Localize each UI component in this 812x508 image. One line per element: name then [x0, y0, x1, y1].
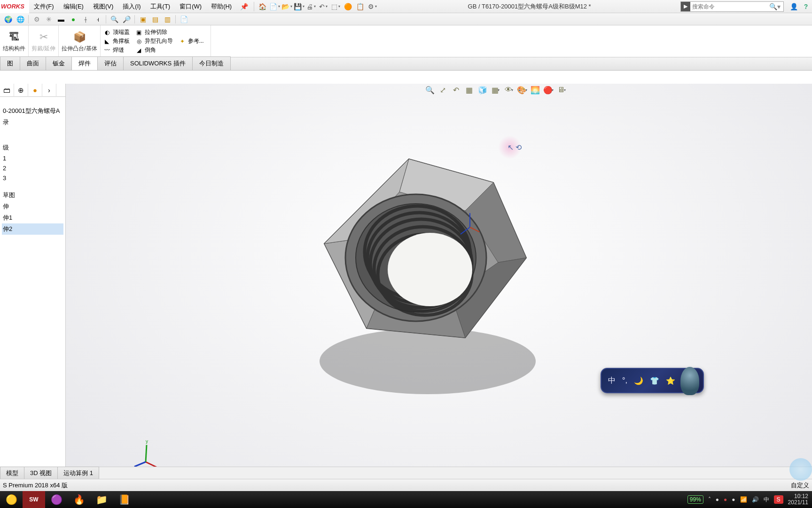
tree-item[interactable]: 伸 — [2, 201, 63, 212]
btab-3dview[interactable]: 3D 视图 — [24, 467, 58, 480]
app3-icon[interactable]: 🟣 — [45, 491, 68, 508]
ribbon-structural[interactable]: 🏗 结构构件 — [0, 25, 29, 57]
tree-item[interactable]: 草图 — [2, 190, 63, 201]
tree-root[interactable]: 0-20001型六角螺母A — [2, 105, 63, 117]
btab-model[interactable]: 模型 — [0, 467, 24, 480]
display-style-icon[interactable]: ▦▾ — [491, 85, 501, 95]
tab-6[interactable]: 今日制造 — [192, 56, 231, 70]
menu-view[interactable]: 视图(V) — [88, 0, 118, 13]
status-custom[interactable]: 自定义 — [791, 481, 809, 490]
search-icon[interactable]: 🔍▾ — [766, 3, 783, 10]
help-icon[interactable]: ? — [801, 1, 811, 12]
ribbon-trim[interactable]: ✂ 剪裁/延伸 — [29, 25, 59, 57]
appearance-tab-icon[interactable]: ● — [28, 84, 42, 97]
zoom-icon[interactable]: 🔍 — [109, 14, 119, 24]
tree-tab-icon[interactable]: 🗃 — [0, 84, 14, 97]
btab-motion[interactable]: 运动算例 1 — [57, 467, 99, 480]
tray-dot3[interactable]: ● — [732, 496, 735, 503]
zoom-fit-icon[interactable]: 🔍 — [425, 85, 435, 95]
tree-item[interactable]: 1 — [2, 153, 63, 163]
measure-icon[interactable]: ⫞ — [93, 14, 103, 24]
undo-icon[interactable]: ↶▾ — [318, 1, 328, 12]
command-search[interactable]: ▶ 🔍▾ — [680, 1, 784, 12]
ribbon-extrude[interactable]: 📦 拉伸凸台/基体 — [59, 25, 100, 57]
tree-item[interactable]: 伸1 — [2, 212, 63, 223]
user-icon[interactable]: 👤 — [789, 1, 799, 12]
explorer-icon[interactable]: 📁 — [90, 491, 113, 508]
gusset[interactable]: ◣角撑板 — [103, 37, 130, 45]
print-icon[interactable]: 🖨▾ — [306, 1, 316, 12]
hole-wizard[interactable]: ◎异型孔向导 — [135, 37, 173, 45]
save-icon[interactable]: 💾▾ — [294, 1, 304, 12]
cap2-icon[interactable]: ▤ — [150, 14, 160, 24]
display-icon[interactable]: 🖥▾ — [556, 85, 567, 95]
prev-view-icon[interactable]: ↶ — [451, 85, 461, 95]
tab-0[interactable]: 图 — [0, 56, 20, 70]
tray-dot1[interactable]: ● — [716, 496, 719, 503]
feature-tree[interactable]: 0-20001型六角螺母A 录 级 1 2 3 草图 伸 伸1 伸2 — [0, 102, 65, 238]
ime-star-icon[interactable]: ⭐ — [666, 376, 675, 385]
tab-5[interactable]: SOLIDWORKS 插件 — [123, 56, 193, 70]
ime-symbol-icon[interactable]: °, — [622, 376, 627, 385]
tray-dot2[interactable]: ● — [724, 496, 727, 503]
chamfer[interactable]: ◢倒角 — [135, 46, 173, 54]
menu-file[interactable]: 文件(F) — [29, 0, 59, 13]
find-icon[interactable]: 🔎 — [121, 14, 132, 24]
chrome-icon[interactable]: 🟡 — [0, 491, 23, 508]
appearance-icon[interactable]: 🎨▾ — [517, 85, 527, 95]
rebuild-icon[interactable]: 🟠 — [343, 1, 353, 12]
model-nut[interactable] — [291, 140, 583, 404]
weld-bead[interactable]: 〰焊缝 — [103, 46, 130, 54]
tab-3[interactable]: 焊件 — [71, 56, 98, 70]
battery-icon[interactable]: 99% — [687, 495, 703, 504]
config-tab-icon[interactable]: ⊕ — [14, 84, 28, 97]
dim-icon[interactable]: ⟊ — [80, 14, 91, 24]
menu-help[interactable]: 帮助(H) — [206, 0, 236, 13]
new-icon[interactable]: 📄▾ — [269, 1, 280, 12]
ime-shirt-icon[interactable]: 👕 — [650, 376, 659, 385]
tray-up-icon[interactable]: ˄ — [708, 496, 711, 503]
section-icon[interactable]: ▦ — [464, 85, 475, 95]
cap3-icon[interactable]: ▥ — [162, 14, 172, 24]
extrude-cut[interactable]: ▣拉伸切除 — [135, 28, 173, 36]
tab-2[interactable]: 钣金 — [46, 56, 72, 70]
dot-icon[interactable]: ● — [68, 14, 78, 24]
home-icon[interactable]: 🏠 — [257, 1, 267, 12]
ime-toolbar[interactable]: 中 °, 🌙 👕 ⭐ — [601, 368, 704, 393]
render-icon[interactable]: 🔴▾ — [543, 85, 554, 95]
ime-tray[interactable]: 中 — [764, 496, 769, 504]
wifi-icon[interactable]: 📶 — [740, 496, 747, 503]
open-icon[interactable]: 📂▾ — [281, 1, 292, 12]
volume-icon[interactable]: 🔊 — [752, 496, 759, 503]
tab-1[interactable]: 曲面 — [20, 56, 46, 70]
tree-item[interactable]: 2 — [2, 163, 63, 173]
gear2-icon[interactable]: ✳ — [44, 14, 54, 24]
pin-icon[interactable]: 📌 — [236, 3, 252, 10]
search-input[interactable] — [690, 3, 766, 10]
report-icon[interactable]: 📄 — [179, 14, 189, 24]
app6-icon[interactable]: 📙 — [113, 491, 135, 508]
sogou-icon[interactable]: S — [774, 495, 783, 504]
options-icon[interactable]: 📋 — [355, 1, 365, 12]
menu-insert[interactable]: 插入(I) — [118, 0, 145, 13]
tree-item-selected[interactable]: 伸2 — [2, 223, 63, 235]
zoom-area-icon[interactable]: ⤢ — [438, 85, 448, 95]
settings-icon[interactable]: ⚙▾ — [367, 1, 377, 12]
globe2-icon[interactable]: 🌐 — [15, 14, 25, 24]
scene-icon[interactable]: 🌅 — [530, 85, 540, 95]
expand-icon[interactable]: › — [42, 84, 56, 97]
hide-show-icon[interactable]: 👁▾ — [504, 85, 514, 95]
tree-item[interactable]: 3 — [2, 173, 63, 183]
tree-line2[interactable]: 录 — [2, 117, 63, 128]
view-orient-icon[interactable]: 🧊 — [477, 85, 488, 95]
menu-edit[interactable]: 编辑(E) — [59, 0, 88, 13]
beam-icon[interactable]: ▬ — [56, 14, 66, 24]
ime-lang[interactable]: 中 — [608, 376, 616, 386]
menu-window[interactable]: 窗口(W) — [175, 0, 206, 13]
ribbon-ref[interactable]: ✦参考... — [176, 25, 211, 57]
tab-4[interactable]: 评估 — [97, 56, 124, 70]
viewport[interactable]: 🔍 ⤢ ↶ ▦ 🧊 ▦▾ 👁▾ 🎨▾ 🌅 🔴▾ 🖥▾ ↖ ⟲ — [66, 84, 812, 493]
cap1-icon[interactable]: ▣ — [138, 14, 148, 24]
ime-moon-icon[interactable]: 🌙 — [634, 376, 643, 385]
solidworks-taskbar-icon[interactable]: SW — [23, 491, 45, 508]
